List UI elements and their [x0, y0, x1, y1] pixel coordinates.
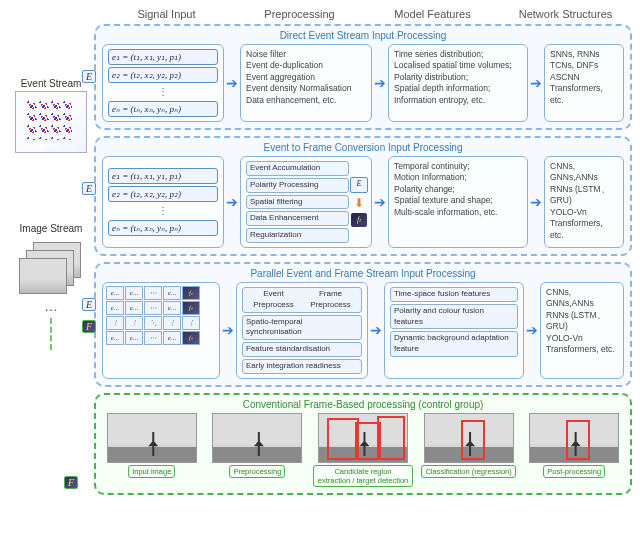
event-eq: eₙ = (tₙ, xₙ, yₙ, pₙ)	[108, 220, 218, 236]
image-stream-label: Image Stream	[20, 223, 83, 234]
mini-step: Feature standardisation	[242, 342, 362, 357]
grid-cell: e…	[163, 301, 181, 315]
event-eq: e₁ = (t₁, x₁, y₁, p₁)	[108, 168, 218, 184]
pipeline-e2f-title: Event to Frame Conversion Input Processi…	[102, 142, 624, 153]
control-step: Input image	[102, 413, 202, 478]
mini-step: Frame Preprocess	[303, 289, 358, 311]
mini-feature: Polarity and colour fusion features	[390, 304, 518, 330]
mini-step: Polarity Processing	[246, 178, 349, 193]
arrow-right-icon: ➔	[222, 322, 234, 338]
mini-step: Spatial filtering	[246, 195, 349, 210]
mini-feature: Time-space fusion features	[390, 287, 518, 302]
arrow-down-icon: ⬇	[354, 195, 364, 211]
arrow-right-icon: ➔	[530, 75, 542, 91]
arrow-right-icon: ➔	[530, 194, 542, 210]
mini-step: Event Preprocess	[246, 289, 301, 311]
event-stream-label: Event Stream	[21, 78, 82, 89]
grid-cell-frame: fₜ	[182, 301, 200, 315]
mini-step: Data Enhancement	[246, 211, 349, 226]
control-step-label: Candidate region extraction / target det…	[313, 465, 413, 487]
ellipsis-icon: …	[44, 298, 58, 314]
e2f-preproc-box: Event Accumulation Polarity Processing S…	[240, 156, 372, 248]
direct-features-box: Time series distribution; Localised spat…	[388, 44, 528, 122]
control-step: Post-processing	[524, 413, 624, 478]
pipeline-parallel: Parallel Event and Frame Stream Input Pr…	[94, 262, 632, 387]
F-badge: F	[64, 476, 78, 489]
pipeline-control: Conventional Frame-Based processing (con…	[94, 393, 632, 495]
arrow-right-icon: ➔	[226, 75, 238, 91]
direct-nets-box: SNNs, RNNs TCNs, DNFs ASCNN Transformers…	[544, 44, 624, 122]
dashed-arrow-icon	[50, 318, 52, 350]
control-step: Classification (regression)	[419, 413, 519, 478]
direct-signal-box: e₁ = (t₁, x₁, y₁, p₁) e₂ = (t₂, x₂, y₂, …	[102, 44, 224, 122]
e2f-signal-box: e₁ = (t₁, x₁, y₁, p₁) e₂ = (t₂, x₂, y₂, …	[102, 156, 224, 248]
grid-cell: e…	[125, 301, 143, 315]
control-step: Preprocessing	[208, 413, 308, 478]
parallel-preproc-box: Event Preprocess Frame Preprocess Spatio…	[236, 282, 368, 379]
input-streams-col: Event Stream Image Stream … F	[8, 24, 94, 495]
arrow-right-icon: ➔	[526, 322, 538, 338]
grid-cell-frame: fₜ	[182, 331, 200, 345]
grid-cell: ⋯	[144, 301, 162, 315]
arrow-right-icon: ➔	[370, 322, 382, 338]
E-badge: E	[82, 70, 96, 83]
grid-cell: ⋱	[144, 316, 162, 330]
header-features: Model Features	[366, 8, 499, 20]
grid-cell-frame: fₜ	[182, 286, 200, 300]
ft-chip: fₜ	[351, 213, 367, 227]
control-step-label: Post-processing	[543, 465, 605, 478]
header-signal: Signal Input	[100, 8, 233, 20]
mini-step: Event Accumulation	[246, 161, 349, 176]
event-eq: e₂ = (t₂, x₂, y₂, p₂)	[108, 186, 218, 202]
pipeline-control-title: Conventional Frame-Based processing (con…	[102, 399, 624, 410]
direct-preproc-box: Noise filter Event de-duplication Event …	[240, 44, 372, 122]
parallel-features-box: Time-space fusion features Polarity and …	[384, 282, 524, 379]
E-badge: E	[82, 298, 96, 311]
parallel-nets-box: CNNs, GNNs,ANNs RNNs (LSTM、GRU) YOLO-Vn …	[540, 282, 624, 379]
grid-cell: e…	[106, 286, 124, 300]
event-eq: eₙ = (tₙ, xₙ, yₙ, pₙ)	[108, 101, 218, 117]
mini-step: Early integration readiness	[242, 359, 362, 374]
grid-cell: e…	[125, 286, 143, 300]
header-preproc: Preprocessing	[233, 8, 366, 20]
control-step-label: Classification (regression)	[421, 465, 515, 478]
arrow-right-icon: ➔	[374, 194, 386, 210]
grid-cell: ⋯	[144, 331, 162, 345]
control-thumb-icon	[424, 413, 514, 463]
control-thumb-icon	[318, 413, 408, 463]
control-step-label: Input image	[128, 465, 175, 478]
arrow-right-icon: ➔	[374, 75, 386, 91]
pipeline-direct-title: Direct Event Stream Input Processing	[102, 30, 624, 41]
header-nets: Network Structures	[499, 8, 632, 20]
grid-cell: e…	[106, 301, 124, 315]
pipeline-parallel-title: Parallel Event and Frame Stream Input Pr…	[102, 268, 624, 279]
event-stream-plot-icon	[15, 91, 87, 153]
column-headers: Signal Input Preprocessing Model Feature…	[100, 8, 632, 20]
control-thumb-icon	[107, 413, 197, 463]
vdots-icon: ⋮	[108, 85, 218, 99]
F-badge: F	[82, 320, 96, 333]
grid-cell: ⋮	[125, 316, 143, 330]
grid-cell: ⋮	[106, 316, 124, 330]
control-thumb-icon	[212, 413, 302, 463]
arrow-right-icon: ➔	[226, 194, 238, 210]
grid-cell: e…	[163, 286, 181, 300]
grid-cell: e…	[106, 331, 124, 345]
pipeline-e2f: Event to Frame Conversion Input Processi…	[94, 136, 632, 256]
E-chip: E	[350, 177, 368, 193]
vdots-icon: ⋮	[108, 204, 218, 218]
event-eq: e₁ = (t₁, x₁, y₁, p₁)	[108, 49, 218, 65]
grid-cell: ⋯	[144, 286, 162, 300]
grid-cell: ⋮	[182, 316, 200, 330]
control-step: Candidate region extraction / target det…	[313, 413, 413, 487]
e2f-nets-box: CNNs, GNNs,ANNs RNNs (LSTM、GRU) YOLO-Vn …	[544, 156, 624, 248]
control-step-label: Preprocessing	[229, 465, 285, 478]
mini-feature: Dynamic background adaptation feature	[390, 331, 518, 357]
E-badge: E	[82, 182, 96, 195]
grid-cell: e…	[163, 331, 181, 345]
parallel-signal-grid: e… e… ⋯ e… fₜ e… e… ⋯ e… fₜ ⋮ ⋮ ⋱ ⋮	[102, 282, 220, 379]
mini-step: Regularization	[246, 228, 349, 243]
mini-step-pair: Event Preprocess Frame Preprocess	[242, 287, 362, 313]
grid-cell: ⋮	[163, 316, 181, 330]
mini-step: Spatio-temporal synchronisation	[242, 315, 362, 341]
